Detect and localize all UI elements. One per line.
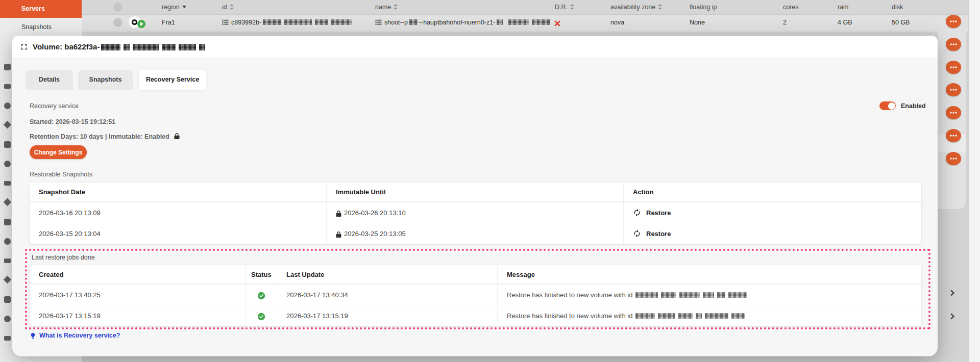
tab-details[interactable]: Details [26, 70, 73, 90]
redacted-block [101, 44, 120, 50]
redacted-block [696, 313, 702, 319]
sidebar-nav-icon[interactable] [4, 316, 11, 322]
redacted-block [409, 19, 418, 25]
restore-button[interactable]: Restore [633, 209, 671, 217]
row-actions-menu-button[interactable] [946, 152, 961, 165]
sidebar-item-snapshots[interactable]: Snapshots [0, 19, 82, 35]
cell-created: 2026-03-17 13:40:25 [30, 285, 246, 305]
row-actions-menu-button[interactable] [946, 129, 961, 142]
dr-failed-icon [554, 19, 560, 29]
cell-ram: 4 GB [838, 19, 852, 26]
table-row: 2026-03-15 20:13:04 2026-03-25 20:13:05 … [30, 223, 921, 244]
running-status-icon [137, 20, 145, 28]
cell-name: shoot--p--hauptbahnhof-nuern0-z1- [375, 19, 552, 26]
scrollbar[interactable] [969, 0, 980, 362]
row-actions-menu-button[interactable] [946, 106, 961, 119]
screen: Servers Snapshots region id name D.R. av… [0, 0, 980, 362]
row-actions-menu-button[interactable] [946, 61, 961, 74]
sidebar-nav-icon[interactable] [4, 258, 11, 263]
redacted-block [263, 19, 281, 25]
redacted-block [284, 19, 312, 25]
redacted-block [728, 292, 747, 298]
restore-button[interactable]: Restore [633, 229, 671, 238]
table-header-row: Created Status Last Update Message [30, 265, 921, 284]
tab-recovery-service[interactable]: Recovery Service [139, 70, 206, 90]
column-header-dr[interactable]: D.R. [555, 4, 574, 11]
restorable-snapshots-section-label: Restorable Snapshots [30, 171, 92, 178]
toggle-knob [888, 102, 895, 110]
sidebar-item-label: Snapshots [0, 19, 82, 35]
cell-immutable-until: 2026-03-26 20:13:10 [327, 202, 624, 223]
dialog-title-bar: Volume: ba622f3a- [12, 36, 938, 58]
cell-action: Restore [624, 223, 921, 244]
restorable-snapshots-table: Snapshot Date Immutable Until Action 202… [30, 183, 921, 244]
sidebar-nav-icon[interactable] [4, 336, 11, 341]
redacted-block [508, 19, 529, 25]
sort-icon [570, 4, 574, 10]
restore-icon [633, 209, 641, 217]
last-restore-jobs-table: Created Status Last Update Message 2026-… [30, 265, 921, 326]
recovery-retention-text: Retention Days: 10 days | Immutable: Ena… [30, 133, 180, 140]
last-restore-jobs-section-label: Last restore jobs done [32, 254, 95, 261]
recovery-service-toggle[interactable] [879, 101, 896, 110]
sidebar-nav-icon[interactable] [4, 276, 12, 284]
sidebar-item-servers[interactable]: Servers [0, 0, 82, 18]
column-header-region[interactable]: region [162, 4, 186, 11]
sidebar-nav-icon[interactable] [4, 161, 11, 167]
cell-message: Restore has finished to new volume with … [498, 285, 921, 305]
sidebar-nav-icon[interactable] [4, 198, 12, 206]
sidebar-nav-icon[interactable] [4, 102, 11, 109]
row-checkbox[interactable] [113, 18, 122, 27]
sidebar-nav-icon[interactable] [4, 219, 11, 225]
redacted-block [658, 313, 675, 319]
sidebar-nav-icon[interactable] [4, 181, 11, 186]
row-actions-menu-button[interactable] [946, 15, 961, 28]
cell-region: Fra1 [162, 19, 175, 26]
redacted-block [705, 313, 728, 319]
sidebar-nav-icon[interactable] [4, 296, 11, 303]
table-header-row: Snapshot Date Immutable Until Action [30, 183, 921, 202]
column-header-message: Message [498, 265, 921, 283]
redacted-block [162, 44, 176, 50]
sidebar-nav-icon[interactable] [4, 238, 11, 245]
sidebar-nav-icon[interactable] [4, 121, 12, 129]
sort-icon [658, 4, 662, 10]
row-actions-menu-button[interactable] [946, 83, 961, 96]
sidebar-nav-icon[interactable] [4, 141, 11, 148]
column-header-ram: ram [838, 4, 849, 11]
expand-icon[interactable] [19, 42, 29, 54]
column-header-name[interactable]: name [375, 4, 398, 11]
row-actions-menu-button[interactable] [946, 38, 961, 51]
toggle-label: Enabled [901, 102, 926, 110]
lock-icon [336, 231, 341, 238]
what-is-recovery-service-link[interactable]: What is Recovery service? [30, 332, 120, 339]
cell-id: c893992b- [222, 19, 353, 26]
column-header-id[interactable]: id [222, 4, 234, 11]
redacted-block [532, 19, 550, 25]
change-settings-button[interactable]: Change Settings [30, 145, 87, 159]
chevron-right-icon[interactable] [948, 313, 956, 320]
select-all-checkbox[interactable] [113, 3, 122, 12]
cell-disk: 50 GB [892, 19, 910, 26]
cell-created: 2026-03-17 13:15:19 [30, 305, 246, 326]
redacted-block [731, 313, 745, 319]
redacted-block [179, 44, 196, 50]
sidebar-nav-icon[interactable] [4, 84, 11, 89]
column-header-cores: cores [783, 4, 799, 11]
sort-desc-icon [182, 6, 186, 8]
background-table-panel [938, 30, 966, 209]
column-header-snapshot-date: Snapshot Date [30, 183, 327, 201]
redacted-block [678, 313, 693, 319]
column-header-action: Action [624, 183, 921, 201]
recovery-service-section-label: Recovery service [30, 102, 79, 110]
lock-icon [174, 133, 180, 140]
sidebar-nav-icon[interactable] [4, 64, 11, 70]
success-check-icon [257, 292, 265, 301]
column-header-availability-zone[interactable]: availability zone [610, 4, 662, 11]
tab-snapshots[interactable]: Snapshots [78, 70, 133, 90]
chevron-right-icon[interactable] [948, 289, 956, 297]
table-row: 2026-03-16 20:13:09 2026-03-26 20:13:10 … [30, 202, 921, 223]
sidebar-item-label: Servers [0, 0, 82, 18]
column-header-disk: disk [892, 4, 903, 11]
redacted-block [331, 19, 352, 25]
